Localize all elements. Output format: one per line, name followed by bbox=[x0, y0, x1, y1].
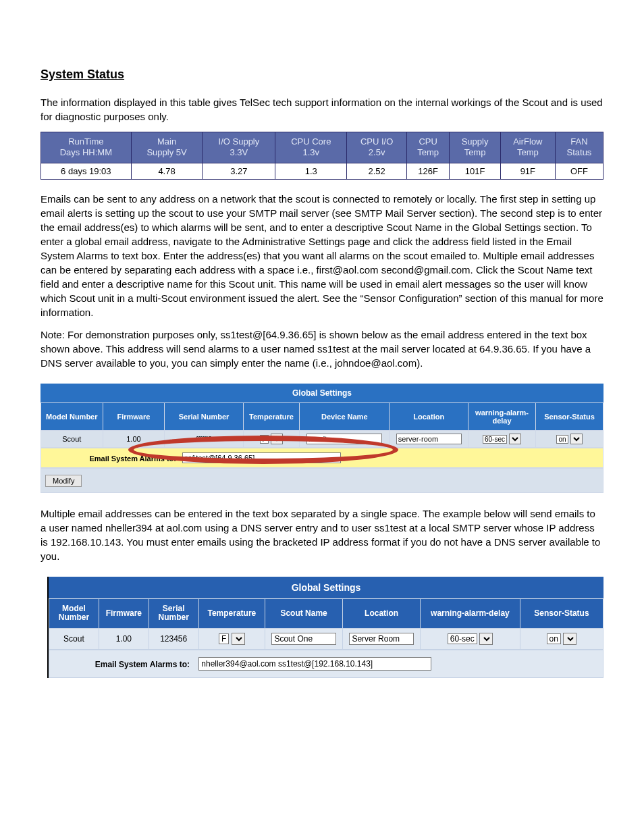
gs1-sensor-select[interactable] bbox=[570, 434, 583, 444]
gs2-temp-select[interactable] bbox=[232, 633, 245, 645]
gs1-footer: Modify bbox=[41, 468, 603, 493]
gs2-data-row: Scout 1.00 123456 F 60-sec on bbox=[49, 629, 603, 650]
gs2-col-scoutname: Scout Name bbox=[265, 598, 343, 629]
modify-button[interactable]: Modify bbox=[45, 475, 82, 487]
gs2-sensor-select[interactable] bbox=[563, 633, 576, 645]
gs2-sensor-value: on bbox=[547, 633, 561, 644]
gs2-col-temp: Temperature bbox=[198, 598, 265, 629]
gs2-title: Global Settings bbox=[49, 577, 603, 598]
gs2-col-delay: warning-alarm-delay bbox=[421, 598, 520, 629]
col-airflow-temp: AirFlowTemp bbox=[500, 132, 555, 163]
hardware-status-table: RunTimeDays HH:MM MainSupply 5V I/O Supp… bbox=[41, 132, 603, 180]
gs1-delay-value: 60-sec bbox=[483, 435, 507, 444]
gs2-email-row: Email System Alarms to: bbox=[49, 650, 603, 678]
table-row: 6 days 19:03 4.78 3.27 1.3 2.52 126F 101… bbox=[41, 163, 603, 179]
gs1-delay-select[interactable] bbox=[509, 434, 521, 444]
col-fan-status: FANStatus bbox=[555, 132, 603, 163]
gs1-col-temp: Temperature bbox=[243, 402, 299, 430]
section-heading-system-status: System Status bbox=[41, 68, 603, 82]
gs2-scout-name-input[interactable] bbox=[271, 633, 336, 645]
gs1-col-serial: Serial Number bbox=[165, 402, 244, 430]
gs2-col-location: Location bbox=[343, 598, 421, 629]
gs2-col-firmware: Firmware bbox=[99, 598, 149, 629]
gs2-email-label: Email System Alarms to: bbox=[55, 660, 196, 669]
gs2-email-input[interactable] bbox=[198, 657, 431, 671]
global-settings-panel-2: Global Settings ModelNumber Firmware Ser… bbox=[47, 577, 603, 679]
system-status-description: The information displayed in this table … bbox=[41, 95, 603, 124]
gs1-temp-select[interactable] bbox=[271, 434, 283, 444]
col-io-3v3: I/O Supply3.3V bbox=[203, 132, 275, 163]
gs1-col-sensor: Sensor-Status bbox=[535, 402, 603, 430]
col-supply-temp: SupplyTemp bbox=[450, 132, 501, 163]
email-instructions-1b: Note: For demonstration purposes only, s… bbox=[41, 328, 603, 370]
gs2-col-model: ModelNumber bbox=[49, 598, 99, 629]
gs2-delay-select[interactable] bbox=[479, 633, 493, 645]
email-instructions-2: Multiple email addresses can be entered … bbox=[41, 506, 603, 563]
gs1-device-name-input[interactable] bbox=[306, 434, 382, 444]
col-cpu-io: CPU I/O2.5v bbox=[347, 132, 407, 163]
gs1-location-input[interactable] bbox=[396, 434, 462, 444]
gs1-col-location: Location bbox=[390, 402, 468, 430]
gs1-data-row: Scout 1.00 ffffff6 F 60-sec on bbox=[41, 430, 603, 447]
global-settings-panel-1: Global Settings Model Number Firmware Se… bbox=[41, 384, 603, 493]
col-main-5v: MainSupply 5V bbox=[131, 132, 203, 163]
col-cpu-temp: CPUTemp bbox=[407, 132, 450, 163]
col-runtime: RunTimeDays HH:MM bbox=[41, 132, 132, 163]
gs2-col-sensor: Sensor-Status bbox=[520, 598, 603, 629]
gs1-email-row: Email System Alarms to: bbox=[41, 448, 603, 468]
gs2-col-serial: SerialNumber bbox=[149, 598, 198, 629]
gs1-title: Global Settings bbox=[41, 384, 603, 402]
gs2-temp-value: F bbox=[219, 633, 229, 644]
gs1-temp-value: F bbox=[260, 435, 268, 444]
gs1-col-device: Device Name bbox=[300, 402, 390, 430]
gs2-delay-value: 60-sec bbox=[448, 633, 477, 644]
gs1-email-input[interactable] bbox=[182, 452, 341, 463]
gs1-email-label: Email System Alarms to: bbox=[47, 454, 180, 463]
email-instructions-1: Emails can be sent to any address on a n… bbox=[41, 192, 603, 319]
gs1-sensor-value: on bbox=[556, 435, 568, 444]
gs1-col-model: Model Number bbox=[41, 402, 103, 430]
gs2-location-input[interactable] bbox=[349, 633, 413, 645]
gs1-col-firmware: Firmware bbox=[103, 402, 165, 430]
col-cpu-core: CPU Core1.3v bbox=[275, 132, 347, 163]
gs1-col-delay: warning-alarm-delay bbox=[468, 402, 536, 430]
